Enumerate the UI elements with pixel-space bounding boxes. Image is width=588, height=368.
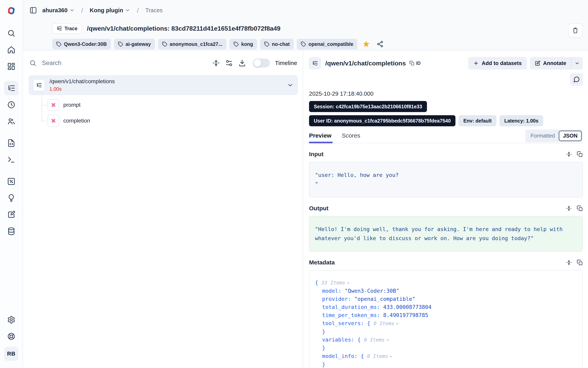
star-icon — [362, 40, 370, 48]
fold-vertical-icon[interactable] — [566, 151, 572, 157]
tab-scores[interactable]: Scores — [342, 132, 360, 143]
sidebar-item-support[interactable] — [4, 329, 19, 343]
share-button[interactable] — [375, 39, 385, 49]
breadcrumb-project[interactable]: ahura360 — [42, 7, 75, 14]
fold-vertical-icon[interactable] — [566, 259, 572, 266]
search-icon — [7, 29, 15, 37]
tree-child-prompt[interactable]: prompt — [42, 97, 298, 113]
tree-child-completion[interactable]: completion — [42, 113, 298, 129]
json-row: model_info: { 0 Items — [315, 352, 577, 360]
chevron-down-icon[interactable] — [395, 322, 399, 326]
env-badge: Env: default — [459, 115, 496, 126]
tab-preview[interactable]: Preview — [309, 132, 332, 143]
sidebar-item-datasets[interactable] — [4, 224, 19, 238]
copy-id-button[interactable]: ID — [409, 61, 421, 66]
user-id-badge[interactable]: User ID: anonymous_c1fca2795bbedc5f36678… — [309, 115, 455, 126]
tree-root-name: /qwen/v1/chat/completions — [49, 78, 287, 85]
chevron-down-icon — [125, 8, 130, 13]
sidebar-item-annotation[interactable] — [4, 208, 19, 222]
json-expander[interactable]: 0 Items — [364, 337, 385, 343]
sidebar-item-dashboards[interactable] — [4, 59, 19, 74]
metadata-section-heading: Metadata — [309, 259, 335, 266]
sidebar-item-tracing[interactable] — [4, 81, 19, 95]
tag-pill[interactable]: openai_compatible — [297, 39, 357, 49]
chevron-down-icon[interactable] — [287, 82, 294, 89]
star-button[interactable] — [361, 39, 371, 49]
tag-pill[interactable]: ai-gateway — [114, 39, 155, 49]
search-input[interactable] — [42, 59, 207, 67]
tag-pill[interactable]: no-chat — [260, 39, 294, 49]
copy-icon[interactable] — [577, 259, 583, 266]
sidebar-item-playground[interactable] — [4, 153, 19, 167]
search-icon — [29, 59, 36, 67]
json-row: model: "Qwen3-Coder:30B" — [315, 287, 577, 295]
chevron-down-icon[interactable] — [386, 338, 390, 342]
sidebar-item-search[interactable] — [4, 26, 19, 40]
sidebar-item-prompts[interactable] — [4, 136, 19, 150]
timeline-toggle[interactable] — [253, 58, 270, 68]
sidebar-item-users[interactable] — [4, 114, 19, 129]
trash-icon — [572, 27, 579, 34]
trace-tree: /qwen/v1/chat/completions 1.00s prompt c… — [28, 75, 298, 129]
sidebar-item-home[interactable] — [4, 43, 19, 57]
app-logo-icon[interactable] — [6, 5, 17, 16]
json-expander[interactable]: 0 Items — [374, 321, 394, 326]
trace-detail-panel: /qwen/v1/chat/completions ID Add to data… — [303, 51, 588, 368]
tracing-tree-icon — [309, 57, 321, 69]
left-rail: RB — [0, 0, 23, 368]
json-row: } — [315, 328, 577, 336]
copy-icon[interactable] — [577, 205, 583, 212]
json-row: { 33 Items — [315, 278, 577, 287]
clock-icon — [7, 101, 15, 109]
comments-button[interactable] — [570, 73, 583, 86]
detail-title: /qwen/v1/chat/completions — [325, 60, 406, 67]
view-formatted-option[interactable]: Formatted — [526, 131, 559, 141]
input-code-block: "user: Hello, how are you? " — [309, 162, 583, 197]
tag-pill[interactable]: kong — [229, 39, 257, 49]
json-row: } — [315, 344, 577, 352]
delete-trace-button[interactable] — [568, 23, 582, 37]
sidebar-item-evals[interactable] — [4, 191, 19, 205]
sidebar-item-settings[interactable] — [4, 313, 19, 327]
app-root: RB ahura360 / Kong plugin / Traces Trace… — [0, 0, 588, 368]
breadcrumb-page[interactable]: Traces — [145, 7, 163, 14]
tracing-tree-icon — [57, 26, 62, 31]
tree-root-row[interactable]: /qwen/v1/chat/completions 1.00s — [28, 75, 298, 95]
add-to-datasets-button[interactable]: Add to datasets — [468, 57, 527, 70]
trace-timestamp: 2025-10-29 17:18:40.000 — [309, 91, 583, 97]
observation-panel: Timeline /qwen/v1/chat/completions 1.00s… — [23, 51, 303, 368]
annotate-button[interactable]: Annotate — [530, 57, 571, 70]
download-button[interactable] — [238, 59, 246, 67]
chevron-down-icon[interactable] — [389, 354, 393, 359]
session-badge[interactable]: Session: c42fca19b75e13aac2b2106610f81e3… — [309, 101, 427, 112]
trace-type-badge: Trace — [52, 23, 82, 34]
fold-vertical-icon[interactable] — [566, 205, 572, 212]
trace-tags: Qwen3-Coder:30B ai-gateway anonymous_c1f… — [52, 39, 588, 49]
output-section-heading: Output — [309, 205, 328, 212]
chevron-down-icon — [69, 8, 75, 13]
json-expander[interactable]: 0 Items — [367, 353, 388, 359]
sidebar-item-sessions[interactable] — [4, 98, 19, 112]
output-code-block: "Hello! I'm doing well, thank you for as… — [309, 216, 583, 252]
collapse-all-button[interactable] — [212, 59, 220, 67]
edit-square-icon — [535, 60, 540, 66]
tag-pill[interactable]: anonymous_c1fca27... — [158, 39, 227, 49]
breadcrumb-section[interactable]: Kong plugin — [90, 7, 130, 14]
percent-square-icon — [7, 177, 15, 185]
view-json-option[interactable]: JSON — [559, 131, 582, 141]
breadcrumb-separator: / — [134, 7, 141, 14]
users-icon — [7, 117, 15, 126]
sidebar-item-scores[interactable] — [4, 174, 19, 189]
copy-icon[interactable] — [577, 151, 583, 157]
annotate-more-button[interactable] — [571, 57, 583, 70]
lightbulb-icon — [7, 194, 15, 202]
tag-icon — [301, 42, 306, 47]
user-avatar[interactable]: RB — [4, 347, 19, 361]
detail-tabs: Preview Scores Formatted JSON — [309, 132, 583, 143]
tag-pill[interactable]: Qwen3-Coder:30B — [52, 39, 111, 49]
panel-toggle-button[interactable] — [28, 5, 38, 15]
metadata-json-block: { 33 Items model: "Qwen3-Coder:30B" prov… — [309, 270, 583, 368]
filter-settings-button[interactable] — [225, 59, 233, 67]
chevron-down-icon[interactable] — [346, 281, 350, 285]
json-expander[interactable]: 33 Items — [322, 280, 345, 285]
